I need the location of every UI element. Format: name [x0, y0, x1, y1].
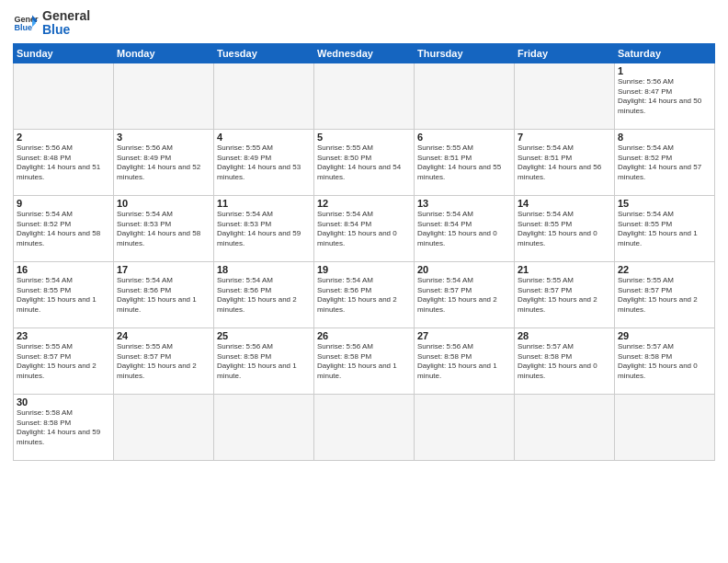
calendar-week-row: 2Sunrise: 5:56 AMSunset: 8:48 PMDaylight… [14, 129, 715, 195]
day-number: 30 [17, 396, 110, 408]
day-number: 2 [17, 132, 110, 143]
day-info: Sunrise: 5:54 AMSunset: 8:52 PMDaylight:… [17, 210, 110, 249]
day-info: Sunrise: 5:56 AMSunset: 8:49 PMDaylight:… [117, 144, 210, 183]
calendar-cell [214, 394, 314, 460]
calendar-cell [415, 63, 515, 129]
weekday-thursday: Thursday [415, 43, 515, 63]
weekday-header-row: SundayMondayTuesdayWednesdayThursdayFrid… [14, 43, 715, 63]
day-number: 16 [17, 264, 110, 275]
day-number: 10 [117, 198, 210, 209]
calendar-cell: 25Sunrise: 5:56 AMSunset: 8:58 PMDayligh… [214, 327, 314, 394]
calendar-week-row: 9Sunrise: 5:54 AMSunset: 8:52 PMDaylight… [14, 195, 715, 261]
logo-blue: Blue [42, 23, 90, 37]
day-number: 5 [317, 132, 411, 143]
calendar-cell: 16Sunrise: 5:54 AMSunset: 8:55 PMDayligh… [14, 261, 114, 327]
day-info: Sunrise: 5:58 AMSunset: 8:58 PMDaylight:… [17, 408, 110, 448]
calendar-cell: 27Sunrise: 5:56 AMSunset: 8:58 PMDayligh… [415, 327, 515, 394]
day-number: 13 [417, 198, 511, 209]
day-number: 1 [618, 65, 711, 76]
weekday-saturday: Saturday [615, 43, 715, 63]
calendar-cell: 28Sunrise: 5:57 AMSunset: 8:58 PMDayligh… [515, 327, 615, 394]
calendar-cell [114, 63, 214, 129]
logo-icon: General Blue [13, 10, 39, 36]
day-info: Sunrise: 5:57 AMSunset: 8:58 PMDaylight:… [518, 342, 611, 382]
calendar-cell: 11Sunrise: 5:54 AMSunset: 8:53 PMDayligh… [214, 195, 314, 261]
calendar-cell: 10Sunrise: 5:54 AMSunset: 8:53 PMDayligh… [114, 195, 214, 261]
calendar-cell [515, 63, 615, 129]
calendar-cell: 22Sunrise: 5:55 AMSunset: 8:57 PMDayligh… [615, 261, 715, 327]
calendar-cell: 30Sunrise: 5:58 AMSunset: 8:58 PMDayligh… [14, 394, 114, 460]
day-number: 24 [117, 330, 210, 341]
day-number: 29 [618, 330, 711, 341]
day-info: Sunrise: 5:55 AMSunset: 8:50 PMDaylight:… [317, 144, 411, 183]
calendar-cell: 17Sunrise: 5:54 AMSunset: 8:56 PMDayligh… [114, 261, 214, 327]
calendar-cell: 4Sunrise: 5:55 AMSunset: 8:49 PMDaylight… [214, 129, 314, 195]
calendar-cell [415, 394, 515, 460]
calendar-cell: 23Sunrise: 5:55 AMSunset: 8:57 PMDayligh… [14, 327, 114, 394]
day-info: Sunrise: 5:54 AMSunset: 8:55 PMDaylight:… [518, 210, 611, 249]
calendar-page: General Blue General Blue SundayMondayTu… [0, 0, 728, 563]
day-number: 27 [417, 330, 511, 341]
calendar-cell: 24Sunrise: 5:55 AMSunset: 8:57 PMDayligh… [114, 327, 214, 394]
calendar-cell: 14Sunrise: 5:54 AMSunset: 8:55 PMDayligh… [515, 195, 615, 261]
day-number: 20 [417, 264, 511, 275]
calendar-table: SundayMondayTuesdayWednesdayThursdayFrid… [13, 43, 715, 461]
weekday-sunday: Sunday [14, 43, 114, 63]
day-info: Sunrise: 5:54 AMSunset: 8:55 PMDaylight:… [618, 210, 711, 249]
calendar-cell: 12Sunrise: 5:54 AMSunset: 8:54 PMDayligh… [314, 195, 415, 261]
calendar-cell: 29Sunrise: 5:57 AMSunset: 8:58 PMDayligh… [615, 327, 715, 394]
day-number: 6 [417, 132, 511, 143]
day-info: Sunrise: 5:54 AMSunset: 8:54 PMDaylight:… [417, 210, 511, 249]
day-info: Sunrise: 5:57 AMSunset: 8:58 PMDaylight:… [618, 342, 711, 382]
day-info: Sunrise: 5:55 AMSunset: 8:57 PMDaylight:… [117, 342, 210, 382]
day-info: Sunrise: 5:55 AMSunset: 8:49 PMDaylight:… [217, 144, 311, 183]
weekday-monday: Monday [114, 43, 214, 63]
day-number: 8 [618, 132, 711, 143]
day-info: Sunrise: 5:54 AMSunset: 8:56 PMDaylight:… [217, 276, 311, 316]
calendar-cell: 7Sunrise: 5:54 AMSunset: 8:51 PMDaylight… [515, 129, 615, 195]
day-info: Sunrise: 5:54 AMSunset: 8:52 PMDaylight:… [618, 144, 711, 183]
day-number: 14 [518, 198, 611, 209]
day-info: Sunrise: 5:55 AMSunset: 8:57 PMDaylight:… [618, 276, 711, 316]
calendar-week-row: 16Sunrise: 5:54 AMSunset: 8:55 PMDayligh… [14, 261, 715, 327]
day-number: 9 [17, 198, 110, 209]
calendar-cell: 19Sunrise: 5:54 AMSunset: 8:56 PMDayligh… [314, 261, 415, 327]
calendar-body: 1Sunrise: 5:56 AMSunset: 8:47 PMDaylight… [14, 63, 715, 460]
weekday-tuesday: Tuesday [214, 43, 314, 63]
calendar-cell [515, 394, 615, 460]
calendar-cell: 15Sunrise: 5:54 AMSunset: 8:55 PMDayligh… [615, 195, 715, 261]
day-number: 15 [618, 198, 711, 209]
calendar-cell: 2Sunrise: 5:56 AMSunset: 8:48 PMDaylight… [14, 129, 114, 195]
calendar-week-row: 1Sunrise: 5:56 AMSunset: 8:47 PMDaylight… [14, 63, 715, 129]
day-info: Sunrise: 5:54 AMSunset: 8:56 PMDaylight:… [317, 276, 411, 316]
calendar-week-row: 23Sunrise: 5:55 AMSunset: 8:57 PMDayligh… [14, 327, 715, 394]
calendar-cell: 3Sunrise: 5:56 AMSunset: 8:49 PMDaylight… [114, 129, 214, 195]
day-number: 3 [117, 132, 210, 143]
day-number: 26 [317, 330, 411, 341]
day-number: 21 [518, 264, 611, 275]
day-number: 11 [217, 198, 311, 209]
calendar-cell: 1Sunrise: 5:56 AMSunset: 8:47 PMDaylight… [615, 63, 715, 129]
calendar-cell [114, 394, 214, 460]
svg-text:Blue: Blue [14, 24, 32, 33]
day-info: Sunrise: 5:54 AMSunset: 8:54 PMDaylight:… [317, 210, 411, 249]
weekday-friday: Friday [515, 43, 615, 63]
calendar-cell: 21Sunrise: 5:55 AMSunset: 8:57 PMDayligh… [515, 261, 615, 327]
day-info: Sunrise: 5:54 AMSunset: 8:53 PMDaylight:… [117, 210, 210, 249]
calendar-cell [314, 394, 415, 460]
day-info: Sunrise: 5:54 AMSunset: 8:51 PMDaylight:… [518, 144, 611, 183]
weekday-wednesday: Wednesday [314, 43, 415, 63]
calendar-cell: 13Sunrise: 5:54 AMSunset: 8:54 PMDayligh… [415, 195, 515, 261]
logo: General Blue General Blue [13, 9, 90, 38]
day-info: Sunrise: 5:56 AMSunset: 8:58 PMDaylight:… [317, 342, 411, 382]
day-number: 22 [618, 264, 711, 275]
day-info: Sunrise: 5:56 AMSunset: 8:47 PMDaylight:… [618, 77, 711, 117]
day-info: Sunrise: 5:54 AMSunset: 8:53 PMDaylight:… [217, 210, 311, 249]
day-number: 28 [518, 330, 611, 341]
day-number: 12 [317, 198, 411, 209]
day-info: Sunrise: 5:54 AMSunset: 8:55 PMDaylight:… [17, 276, 110, 316]
day-info: Sunrise: 5:55 AMSunset: 8:51 PMDaylight:… [417, 144, 511, 183]
day-number: 17 [117, 264, 210, 275]
day-info: Sunrise: 5:54 AMSunset: 8:57 PMDaylight:… [417, 276, 511, 316]
day-number: 4 [217, 132, 311, 143]
